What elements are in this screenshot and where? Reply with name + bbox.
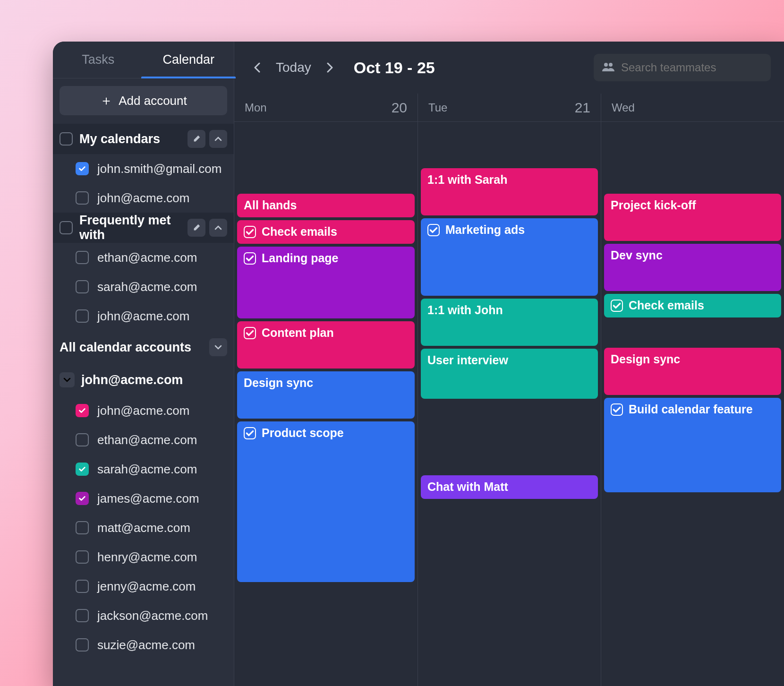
time-gap bbox=[421, 402, 598, 472]
calendar-event[interactable]: 1:1 with Sarah bbox=[421, 168, 598, 215]
calendar-event[interactable]: Check emails bbox=[237, 220, 415, 244]
person-item[interactable]: john@acme.com bbox=[53, 301, 234, 331]
chevron-down-icon[interactable] bbox=[60, 372, 75, 387]
account-calendar-label: suzie@acme.com bbox=[97, 638, 195, 652]
svg-point-0 bbox=[604, 63, 608, 67]
tab-tasks[interactable]: Tasks bbox=[53, 42, 144, 78]
calendar-event[interactable]: Landing page bbox=[237, 247, 415, 318]
all-accounts-header[interactable]: All calendar accounts bbox=[53, 331, 234, 364]
event-checkbox[interactable] bbox=[244, 252, 256, 265]
time-gap bbox=[237, 125, 415, 191]
account-calendar-item[interactable]: henry@acme.com bbox=[53, 542, 234, 572]
event-checkbox[interactable] bbox=[611, 300, 623, 312]
next-week-button[interactable] bbox=[321, 58, 340, 77]
today-button[interactable]: Today bbox=[276, 60, 311, 75]
account-calendar-item[interactable]: jackson@acme.com bbox=[53, 601, 234, 630]
checkbox[interactable] bbox=[76, 251, 89, 264]
account-calendar-item[interactable]: ethan@acme.com bbox=[53, 425, 234, 454]
account-header[interactable]: john@acme.com bbox=[53, 364, 234, 396]
calendar-event[interactable]: User interview bbox=[421, 349, 598, 399]
calendar-item[interactable]: john@acme.com bbox=[53, 183, 234, 213]
account-label: john@acme.com bbox=[81, 373, 183, 387]
checkbox[interactable] bbox=[76, 521, 89, 534]
checkbox[interactable] bbox=[60, 132, 73, 146]
account-calendar-item[interactable]: jenny@acme.com bbox=[53, 572, 234, 601]
collapse-icon[interactable] bbox=[209, 130, 227, 148]
checkbox[interactable] bbox=[76, 404, 89, 417]
calendar-event[interactable]: Check emails bbox=[604, 294, 781, 317]
edit-icon[interactable] bbox=[187, 219, 205, 237]
day-column: WedProject kick-offDev syncCheck emailsD… bbox=[601, 94, 784, 686]
day-name: Wed bbox=[612, 101, 635, 114]
checkbox[interactable] bbox=[76, 638, 89, 652]
calendar-event[interactable]: Product scope bbox=[237, 421, 415, 582]
prev-week-button[interactable] bbox=[247, 58, 266, 77]
time-gap bbox=[604, 125, 781, 191]
event-checkbox[interactable] bbox=[244, 226, 256, 238]
add-account-button[interactable]: ＋ Add account bbox=[60, 86, 227, 115]
checkbox[interactable] bbox=[76, 609, 89, 622]
person-item[interactable]: sarah@acme.com bbox=[53, 272, 234, 301]
account-calendar-item[interactable]: matt@acme.com bbox=[53, 513, 234, 542]
calendar-item-label: john@acme.com bbox=[97, 191, 189, 206]
date-range: Oct 19 - 25 bbox=[354, 59, 435, 77]
calendar-event[interactable]: Chat with Matt bbox=[421, 475, 598, 499]
day-header: Tue21 bbox=[418, 94, 601, 122]
day-header: Mon20 bbox=[234, 94, 418, 122]
calendar-event[interactable]: Design sync bbox=[237, 371, 415, 419]
event-checkbox[interactable] bbox=[244, 427, 256, 439]
calendar-event[interactable]: Build calendar feature bbox=[604, 398, 781, 492]
edit-icon[interactable] bbox=[187, 130, 205, 148]
section-header-frequently-met[interactable]: Frequently met with bbox=[53, 213, 234, 243]
sidebar-sections: My calendars john.smith@gmail.comjohn@ac… bbox=[53, 124, 234, 686]
account-calendar-item[interactable]: john@acme.com bbox=[53, 396, 234, 425]
event-checkbox[interactable] bbox=[427, 224, 440, 236]
account-calendar-label: matt@acme.com bbox=[97, 521, 190, 535]
account-calendar-item[interactable]: sarah@acme.com bbox=[53, 454, 234, 484]
calendar-event[interactable]: 1:1 with John bbox=[421, 299, 598, 346]
calendar-event[interactable]: Content plan bbox=[237, 321, 415, 369]
calendar-event[interactable]: Dev sync bbox=[604, 244, 781, 291]
day-column: Mon20All handsCheck emailsLanding pageCo… bbox=[234, 94, 418, 686]
calendar-event[interactable]: All hands bbox=[237, 194, 415, 217]
account-calendar-item[interactable]: james@acme.com bbox=[53, 484, 234, 513]
event-checkbox[interactable] bbox=[244, 327, 256, 339]
sidebar: Tasks Calendar ＋ Add account My calendar… bbox=[53, 42, 234, 686]
add-account-label: Add account bbox=[119, 94, 187, 108]
checkbox[interactable] bbox=[76, 463, 89, 476]
collapse-icon[interactable] bbox=[209, 219, 227, 237]
calendar-event[interactable]: Marketing ads bbox=[421, 218, 598, 296]
checkbox[interactable] bbox=[76, 280, 89, 293]
checkbox[interactable] bbox=[76, 433, 89, 446]
tab-calendar[interactable]: Calendar bbox=[144, 42, 234, 78]
event-title: Build calendar feature bbox=[629, 403, 753, 416]
calendar-item[interactable]: john.smith@gmail.com bbox=[53, 154, 234, 183]
event-title: Project kick-off bbox=[611, 198, 696, 212]
search-input[interactable] bbox=[621, 61, 762, 74]
account-calendar-item[interactable]: suzie@acme.com bbox=[53, 630, 234, 660]
time-gap bbox=[604, 320, 781, 345]
account-calendar-label: jackson@acme.com bbox=[97, 609, 208, 623]
search-field[interactable] bbox=[594, 54, 771, 81]
section-header-my-calendars[interactable]: My calendars bbox=[53, 124, 234, 154]
event-checkbox[interactable] bbox=[611, 403, 623, 416]
topbar: Today Oct 19 - 25 bbox=[234, 42, 784, 94]
day-number: 20 bbox=[392, 100, 407, 116]
section-label: Frequently met with bbox=[79, 213, 181, 242]
events-container: All handsCheck emailsLanding pageContent… bbox=[234, 122, 418, 686]
checkbox[interactable] bbox=[76, 550, 89, 564]
day-number: 21 bbox=[575, 100, 590, 116]
checkbox[interactable] bbox=[76, 580, 89, 593]
calendar-event[interactable]: Design sync bbox=[604, 348, 781, 395]
event-title: Check emails bbox=[262, 225, 337, 239]
checkbox[interactable] bbox=[76, 492, 89, 505]
person-item-label: sarah@acme.com bbox=[97, 280, 197, 294]
checkbox[interactable] bbox=[76, 309, 89, 323]
calendar-event[interactable]: Project kick-off bbox=[604, 194, 781, 241]
person-item[interactable]: ethan@acme.com bbox=[53, 243, 234, 272]
collapse-icon[interactable] bbox=[209, 338, 227, 356]
checkbox[interactable] bbox=[76, 162, 89, 175]
event-title: 1:1 with Sarah bbox=[427, 173, 508, 187]
checkbox[interactable] bbox=[76, 191, 89, 205]
checkbox[interactable] bbox=[60, 221, 73, 234]
